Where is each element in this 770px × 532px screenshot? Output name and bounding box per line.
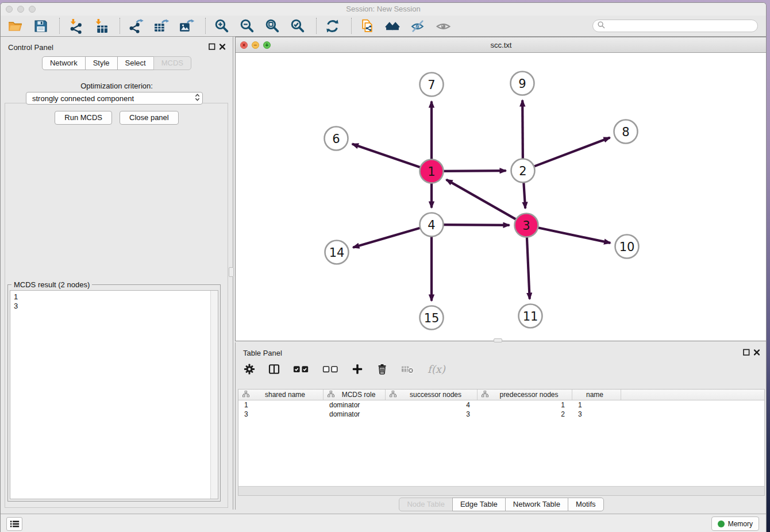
delete-table-button[interactable]	[401, 363, 414, 375]
criterion-dropdown[interactable]: strongly connected component	[26, 92, 203, 105]
search-field[interactable]	[592, 20, 758, 32]
zoom-out-button[interactable]	[238, 17, 255, 34]
graph-node-15[interactable]: 15	[420, 306, 444, 330]
toolbar-separator	[205, 18, 206, 34]
column-header-name[interactable]: name	[572, 390, 621, 400]
network-canvas[interactable]: 7968124314101511	[236, 53, 767, 341]
graph-node-9[interactable]: 9	[511, 72, 534, 95]
tab-select[interactable]: Select	[117, 56, 154, 70]
control-panel-title: Control Panel	[8, 43, 53, 52]
graph-node-3[interactable]: 3	[515, 214, 538, 237]
home-button[interactable]	[384, 17, 401, 34]
mcds-result-area[interactable]: 1 3	[10, 290, 218, 499]
horizontal-split-grip[interactable]	[494, 338, 502, 342]
tab-edge-table[interactable]: Edge Table	[452, 498, 506, 511]
close-panel-button[interactable]: Close panel	[120, 111, 179, 125]
column-header-successor-nodes[interactable]: successor nodes	[386, 390, 478, 400]
network-view-window[interactable]: × − + scc.txt 7968124314101511	[235, 37, 767, 341]
graph-edge-2-3[interactable]	[523, 179, 525, 208]
export-table-button[interactable]	[152, 17, 170, 34]
hide-details-button[interactable]	[409, 17, 426, 34]
column-view-button[interactable]	[268, 363, 280, 375]
save-session-button[interactable]	[32, 17, 49, 34]
svg-text:7: 7	[428, 78, 435, 92]
tab-style[interactable]: Style	[85, 56, 118, 70]
run-mcds-button[interactable]: Run MCDS	[55, 111, 112, 125]
graph-node-14[interactable]: 14	[325, 241, 349, 264]
table-float-panel-icon[interactable]	[743, 349, 750, 356]
column-header-predecessor-nodes[interactable]: predecessor nodes	[478, 390, 572, 400]
mcds-buttons-row: Run MCDS Close panel	[1, 111, 233, 125]
graph-edge-3-1[interactable]	[446, 180, 519, 221]
graph-node-11[interactable]: 11	[519, 304, 542, 328]
table-row[interactable]: 3dominator323	[238, 410, 764, 419]
graph-edge-1-2[interactable]	[440, 171, 506, 171]
export-network-button[interactable]	[127, 17, 144, 34]
search-input[interactable]	[606, 21, 757, 31]
graph-edge-2-8[interactable]	[531, 137, 610, 167]
close-panel-icon[interactable]	[219, 43, 226, 51]
graph-node-8[interactable]: 8	[614, 120, 638, 144]
delete-icon	[376, 363, 388, 375]
zoom-in-button[interactable]	[213, 17, 230, 34]
tab-network[interactable]: Network	[42, 56, 86, 70]
delete-button[interactable]	[376, 363, 388, 375]
graph-node-4[interactable]: 4	[420, 213, 444, 237]
import-table-button[interactable]	[92, 17, 109, 34]
export-image-button[interactable]	[178, 17, 195, 34]
graph-node-10[interactable]: 10	[615, 235, 639, 259]
svg-text:15: 15	[424, 311, 440, 325]
tab-motifs[interactable]: Motifs	[568, 498, 604, 511]
table-scrollbar-strip[interactable]	[238, 486, 765, 496]
import-network-button[interactable]	[67, 17, 84, 34]
network-window-titlebar[interactable]: × − + scc.txt	[236, 37, 767, 53]
graph-edge-2-9[interactable]	[522, 100, 523, 162]
graph-node-7[interactable]: 7	[420, 73, 444, 97]
show-details-button[interactable]	[434, 17, 452, 34]
graph-edge-3-11[interactable]	[527, 233, 530, 299]
zoom-selected-button[interactable]	[288, 17, 306, 34]
import-network-icon	[68, 18, 83, 34]
cybrowser-button[interactable]	[359, 17, 376, 34]
zoom-fit-button[interactable]	[263, 17, 280, 34]
tab-mcds[interactable]: MCDS	[153, 56, 191, 70]
settings-button[interactable]	[244, 363, 255, 375]
table-row[interactable]: 1dominator411	[238, 400, 764, 410]
function-builder-button[interactable]: f(x)	[428, 363, 445, 375]
result-scrollbar[interactable]	[210, 291, 218, 499]
table-close-panel-icon[interactable]	[753, 349, 761, 356]
network-list-button[interactable]	[6, 517, 22, 531]
table-cell: 1	[572, 400, 621, 410]
graph-edge-4-14[interactable]	[353, 227, 424, 248]
show-details-icon	[436, 18, 451, 34]
svg-text:2: 2	[519, 164, 526, 178]
hide-details-icon	[410, 18, 426, 34]
graph-edge-1-6[interactable]	[352, 144, 424, 169]
graph-edge-3-10[interactable]	[534, 227, 610, 243]
column-header-shared-name[interactable]: shared name	[238, 390, 324, 400]
graph-node-2[interactable]: 2	[511, 159, 535, 183]
attribute-tree-icon	[324, 391, 336, 399]
toolbar-separator	[59, 18, 60, 34]
add-button[interactable]	[352, 363, 363, 375]
select-all-button[interactable]	[293, 363, 309, 375]
node-table: shared nameMCDS rolesuccessor nodesprede…	[238, 389, 765, 486]
memory-button[interactable]: Memory	[711, 516, 759, 531]
graph-edge-4-3[interactable]	[440, 225, 509, 225]
float-panel-icon[interactable]	[209, 43, 216, 51]
open-session-button[interactable]	[6, 17, 24, 34]
table-body: 1dominator4113dominator323	[238, 400, 764, 419]
optimization-criterion-label: Optimization criterion:	[1, 82, 233, 90]
deselect-all-button[interactable]	[322, 363, 338, 375]
tab-network-table[interactable]: Network Table	[505, 498, 568, 511]
refresh-button[interactable]	[324, 17, 341, 34]
delete-table-icon	[401, 363, 414, 375]
network-graph[interactable]: 7968124314101511	[236, 53, 767, 342]
column-header-MCDS-role[interactable]: MCDS role	[324, 390, 386, 400]
tab-node-table[interactable]: Node Table	[399, 498, 453, 511]
save-session-icon	[33, 18, 48, 34]
app-titlebar[interactable]: Session: New Session	[1, 3, 766, 16]
graph-node-1[interactable]: 1	[420, 160, 444, 183]
graph-node-6[interactable]: 6	[325, 127, 348, 151]
vertical-split-grip[interactable]	[229, 267, 234, 277]
